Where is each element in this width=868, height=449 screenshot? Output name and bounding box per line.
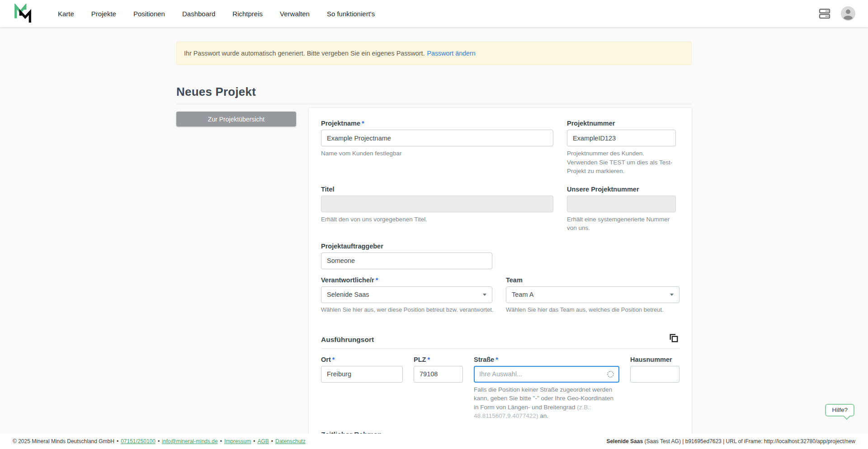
titel-input [321,196,553,212]
projektauftraggeber-field: Projektauftraggeber [321,243,492,269]
titel-field: Titel Erhält den von uns vorgegebenen Ti… [321,186,553,224]
team-helper: Wählen Sie hier das Team aus, welches di… [506,306,679,314]
back-to-project-overview-button[interactable]: Zur Projektübersicht [176,112,296,126]
page-footer: © 2025 Mineral Minds Deutschland GmbH • … [0,434,868,449]
nav-item-richtpreis[interactable]: Richtpreis [232,10,263,18]
required-asterisk: * [332,356,335,363]
main-nav: Karte Projekte Positionen Dashboard Rich… [58,10,375,18]
team-select[interactable]: Team A [506,286,679,303]
navbar-actions [818,6,855,21]
nav-item-projekte[interactable]: Projekte [91,10,116,18]
titel-label: Titel [321,186,553,193]
required-asterisk: * [495,356,498,363]
ort-input[interactable] [321,366,403,383]
verantwortlicher-helper: Wählen Sie hier aus, wer diese Position … [321,306,492,314]
server-icon [818,7,831,20]
nav-item-verwalten[interactable]: Verwalten [280,10,310,18]
page-content: Ihr Passwort wurde automatisch generiert… [0,27,868,434]
unsere-projektnummer-input [567,196,676,212]
plz-label: PLZ* [414,356,463,363]
hausnummer-field: Hausnummer [630,356,679,383]
copyright-text: © 2025 Mineral Minds Deutschland GmbH [13,438,114,444]
unsere-projektnummer-label: Unsere Projektnummer [567,186,676,193]
avatar-icon [841,6,855,21]
session-details: (Saas Test AG) | b91695ed7623 | URL of i… [643,438,855,444]
hausnummer-label: Hausnummer [630,356,679,363]
project-form-card: Projektname* Name vom Kunden festlegbar … [309,108,692,434]
impressum-link[interactable]: Impressum [224,438,251,444]
strasse-label: Straße* [474,356,619,363]
section-divider [321,348,679,349]
page-title: Neues Projekt [176,85,692,104]
chevron-down-icon [483,294,486,296]
session-user: Selenide Saas [606,438,643,444]
projektname-label: Projektname* [321,120,553,127]
nav-item-karte[interactable]: Karte [58,10,74,18]
strasse-input[interactable] [479,370,604,378]
copy-icon [668,332,679,344]
plz-input[interactable] [414,366,463,383]
verantwortlicher-field: Verantwortliche/r* Selenide Saas Wählen … [321,276,492,314]
strasse-field: Straße* Falls die Position keiner Straße… [474,356,619,421]
footer-company-info: © 2025 Mineral Minds Deutschland GmbH • … [13,438,306,444]
strasse-input-focused [474,366,619,383]
section-title-zeitlicher-rahmen: Zeitlicher Rahmen [321,430,382,434]
titel-helper: Erhält den von uns vorgegebenen Titel. [321,215,553,224]
email-link[interactable]: info@mineral-minds.de [162,438,218,444]
unsere-projektnummer-helper: Erhält eine systemgenerierte Nummer von … [567,215,676,233]
chevron-down-icon [670,294,674,296]
projektnummer-field: Projektnummer Projektnummer des Kunden. … [567,120,676,176]
nav-item-dashboard[interactable]: Dashboard [182,10,215,18]
ort-field: Ort* [321,356,403,383]
help-label: Hilfe? [832,407,848,413]
top-navbar: Karte Projekte Positionen Dashboard Rich… [0,0,868,27]
datenschutz-link[interactable]: Datenschutz [275,438,306,444]
projektauftraggeber-input[interactable] [321,253,492,269]
loading-spinner-icon [607,371,614,378]
projektnummer-input[interactable] [567,130,676,146]
copy-address-button[interactable] [668,332,679,344]
nav-item-so-funktionierts[interactable]: So funktioniert's [327,10,375,18]
team-field: Team Team A Wählen Sie hier das Team aus… [506,276,679,314]
hausnummer-input[interactable] [630,366,679,383]
plz-field: PLZ* [414,356,463,383]
phone-link[interactable]: 07151/250100 [121,438,156,444]
section-title-ausfuehrungsort: Ausführungsort [321,336,374,344]
required-asterisk: * [376,276,378,284]
required-asterisk: * [427,356,430,363]
team-label: Team [506,276,679,284]
app-logo[interactable] [13,3,36,24]
projektauftraggeber-label: Projektauftraggeber [321,243,492,250]
verantwortlicher-label: Verantwortliche/r* [321,276,492,284]
session-info: Selenide Saas (Saas Test AG) | b91695ed7… [606,438,855,444]
projektname-input[interactable] [321,130,553,146]
nav-item-positionen[interactable]: Positionen [133,10,165,18]
unsere-projektnummer-field: Unsere Projektnummer Erhält eine systemg… [567,186,676,233]
strasse-helper: Falls die Position keiner Straße zugeord… [474,385,619,421]
change-password-link[interactable]: Passwort ändern [427,50,475,57]
server-status-button[interactable] [818,7,831,20]
help-button[interactable]: Hilfe? [825,404,854,416]
agb-link[interactable]: AGB [257,438,269,444]
banner-message: Ihr Passwort wurde automatisch generiert… [184,50,425,57]
user-avatar-button[interactable] [841,6,855,21]
projektname-helper: Name vom Kunden festlegbar [321,149,553,158]
left-column: Zur Projektübersicht [176,108,296,126]
logo-icon [13,4,33,23]
password-warning-banner: Ihr Passwort wurde automatisch generiert… [176,42,692,65]
ort-label: Ort* [321,356,403,363]
projektnummer-helper: Projektnummer des Kunden. Verwenden Sie … [567,149,676,176]
projektname-field: Projektname* Name vom Kunden festlegbar [321,120,553,158]
verantwortlicher-select[interactable]: Selenide Saas [321,286,492,303]
projektnummer-label: Projektnummer [567,120,676,127]
required-asterisk: * [362,120,364,127]
